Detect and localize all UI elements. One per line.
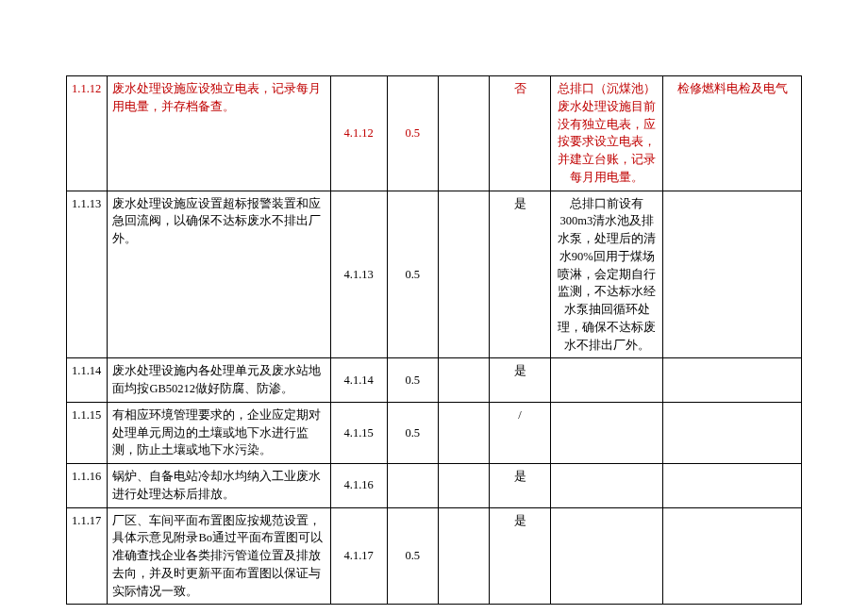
cell-score — [387, 464, 438, 508]
cell-num: 1.1.15 — [67, 402, 108, 463]
cell-responsible: 检修燃料电检及电气 — [663, 76, 802, 191]
cell-blank — [438, 76, 489, 191]
cell-blank — [438, 358, 489, 403]
cell-blank — [438, 507, 489, 605]
cell-responsible — [663, 191, 802, 358]
cell-score: 0.5 — [387, 358, 438, 403]
table-row: 1.1.14废水处理设施内各处理单元及废水站地面均按GB50212做好防腐、防渗… — [67, 358, 802, 403]
cell-score: 0.5 — [387, 402, 438, 463]
cell-desc: 有相应环境管理要求的，企业应定期对处理单元周边的土壤或地下水进行监测，防止土壤或… — [108, 402, 331, 463]
cell-status: 总排口（沉煤池）废水处理设施目前没有独立电表，应按要求设立电表，并建立台账，记录… — [551, 76, 663, 191]
cell-status — [551, 464, 663, 508]
cell-responsible — [663, 402, 802, 463]
cell-responsible — [663, 358, 802, 403]
document-page: 1.1.12废水处理设施应设独立电表，记录每月用电量，并存档备查。4.1.120… — [0, 0, 868, 614]
cell-desc: 废水处理设施应设置超标报警装置和应急回流阀，以确保不达标废水不排出厂外。 — [108, 191, 331, 358]
cell-blank — [438, 191, 489, 358]
cell-compliance: 是 — [490, 358, 551, 403]
cell-responsible — [663, 507, 802, 605]
cell-score: 0.5 — [387, 191, 438, 358]
cell-score: 0.5 — [387, 507, 438, 605]
table-row: 1.1.17厂区、车间平面布置图应按规范设置，具体示意见附录Bo通过平面布置图可… — [67, 507, 802, 605]
cell-ref: 4.1.12 — [330, 76, 387, 191]
cell-compliance: 是 — [490, 464, 551, 508]
cell-num: 1.1.17 — [67, 507, 108, 605]
cell-ref: 4.1.17 — [330, 507, 387, 605]
cell-status: 总排口前设有300m3清水池及排水泵，处理后的清水90%回用于煤场喷淋，会定期自… — [551, 191, 663, 358]
cell-ref: 4.1.14 — [330, 358, 387, 403]
cell-desc: 废水处理设施内各处理单元及废水站地面均按GB50212做好防腐、防渗。 — [108, 358, 331, 403]
cell-ref: 4.1.16 — [330, 464, 387, 508]
cell-blank — [438, 464, 489, 508]
cell-compliance: 否 — [490, 76, 551, 191]
cell-score: 0.5 — [387, 76, 438, 191]
cell-compliance: 是 — [490, 507, 551, 605]
table-row: 1.1.16锅炉、自备电站冷却水均纳入工业废水进行处理达标后排放。4.1.16是 — [67, 464, 802, 508]
table-row: 1.1.13废水处理设施应设置超标报警装置和应急回流阀，以确保不达标废水不排出厂… — [67, 191, 802, 358]
cell-num: 1.1.13 — [67, 191, 108, 358]
cell-num: 1.1.14 — [67, 358, 108, 403]
table-row: 1.1.12废水处理设施应设独立电表，记录每月用电量，并存档备查。4.1.120… — [67, 76, 802, 191]
cell-ref: 4.1.15 — [330, 402, 387, 463]
cell-responsible — [663, 464, 802, 508]
cell-status — [551, 507, 663, 605]
cell-compliance: / — [490, 402, 551, 463]
compliance-table: 1.1.12废水处理设施应设独立电表，记录每月用电量，并存档备查。4.1.120… — [66, 75, 802, 605]
cell-ref: 4.1.13 — [330, 191, 387, 358]
cell-num: 1.1.12 — [67, 76, 108, 191]
cell-status — [551, 358, 663, 403]
cell-blank — [438, 402, 489, 463]
cell-status — [551, 402, 663, 463]
cell-desc: 厂区、车间平面布置图应按规范设置，具体示意见附录Bo通过平面布置图可以准确查找企… — [108, 507, 331, 605]
cell-desc: 废水处理设施应设独立电表，记录每月用电量，并存档备查。 — [108, 76, 331, 191]
cell-num: 1.1.16 — [67, 464, 108, 508]
cell-desc: 锅炉、自备电站冷却水均纳入工业废水进行处理达标后排放。 — [108, 464, 331, 508]
table-row: 1.1.15有相应环境管理要求的，企业应定期对处理单元周边的土壤或地下水进行监测… — [67, 402, 802, 463]
cell-compliance: 是 — [490, 191, 551, 358]
